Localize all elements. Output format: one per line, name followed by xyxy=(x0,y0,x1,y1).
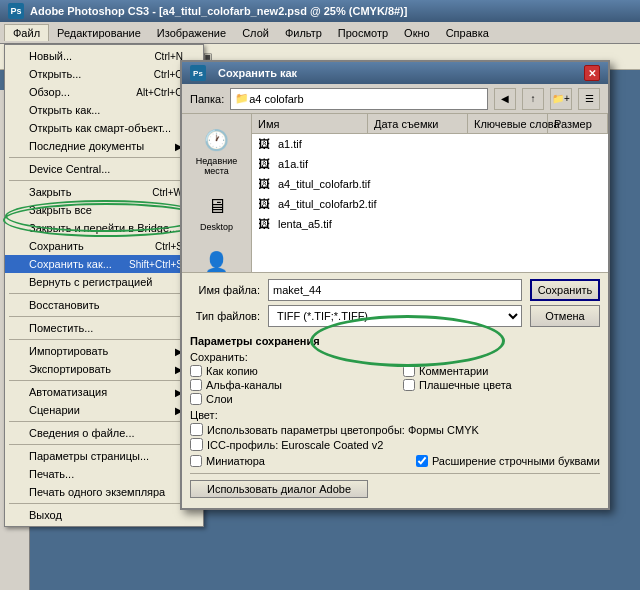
folder-path-display: 📁 a4 colofarb xyxy=(230,88,488,110)
menu-help[interactable]: Справка xyxy=(438,25,497,41)
menu-print-one[interactable]: Печать одного экземпляра xyxy=(5,483,203,501)
dialog-title: Сохранить как xyxy=(218,67,297,79)
checkbox-spot-input[interactable] xyxy=(403,379,415,391)
menu-file[interactable]: Файл xyxy=(4,24,49,41)
adobe-dialog-row: Использовать диалог Adobe xyxy=(190,473,600,498)
menu-browse[interactable]: Обзор...Alt+Ctrl+O xyxy=(5,83,203,101)
menu-filter[interactable]: Фильтр xyxy=(277,25,330,41)
filetype-select[interactable]: TIFF (*.TIF;*.TIFF) xyxy=(268,305,522,327)
menu-view[interactable]: Просмотр xyxy=(330,25,396,41)
menu-place[interactable]: Поместить... xyxy=(5,319,203,337)
dialog-close-button[interactable]: ✕ xyxy=(584,65,600,81)
checkbox-comments: Комментарии xyxy=(403,365,600,377)
filename-label: Имя файла: xyxy=(190,284,260,296)
file-name-4: lenta_a5.tif xyxy=(278,218,602,230)
menu-new[interactable]: Новый...Ctrl+N xyxy=(5,47,203,65)
nav-up-button[interactable]: ↑ xyxy=(522,88,544,110)
menu-window[interactable]: Окно xyxy=(396,25,438,41)
dialog-toolbar: Папка: 📁 a4 colofarb ◀ ↑ 📁+ ☰ xyxy=(182,84,608,114)
sidebar-desktop[interactable]: 🖥 Desktop xyxy=(187,188,247,236)
save-as-dialog[interactable]: Ps Сохранить как ✕ Папка: 📁 a4 colofarb … xyxy=(180,60,610,510)
menu-open[interactable]: Открыть...Ctrl+O xyxy=(5,65,203,83)
checkbox-comments-input[interactable] xyxy=(403,365,415,377)
file-item-1[interactable]: 🖼 a1a.tif xyxy=(252,154,608,174)
file-item-0[interactable]: 🖼 a1.tif xyxy=(252,134,608,154)
checkbox-alpha-input[interactable] xyxy=(190,379,202,391)
menu-save[interactable]: СохранитьCtrl+S xyxy=(5,237,203,255)
menu-print[interactable]: Печать... xyxy=(5,465,203,483)
checkbox-alpha-label: Альфа-каналы xyxy=(206,379,282,391)
menu-open-as[interactable]: Открыть как... xyxy=(5,101,203,119)
save-label: Сохранить: xyxy=(190,351,248,363)
checkbox-spot: Плашечные цвета xyxy=(403,379,600,391)
recent-icon: 🕐 xyxy=(203,126,231,154)
dialog-title-bar: Ps Сохранить как ✕ xyxy=(182,62,608,84)
color-proof-checkbox[interactable] xyxy=(190,423,203,436)
filename-row: Имя файла: Сохранить xyxy=(190,279,600,301)
menu-edit[interactable]: Редактирование xyxy=(49,25,149,41)
menu-recent[interactable]: Последние документы▶ xyxy=(5,137,203,155)
filename-input[interactable] xyxy=(268,279,522,301)
menu-bar: Файл Редактирование Изображение Слой Фил… xyxy=(0,22,640,44)
sidebar-user[interactable]: 👤 user xyxy=(187,244,247,272)
checkbox-spot-label: Плашечные цвета xyxy=(419,379,512,391)
filetype-label: Тип файлов: xyxy=(190,310,260,322)
dialog-title-content: Ps Сохранить как xyxy=(190,65,297,81)
menu-import[interactable]: Импортировать▶ xyxy=(5,342,203,360)
adobe-dialog-button[interactable]: Использовать диалог Adobe xyxy=(190,480,368,498)
col-size[interactable]: Размер xyxy=(548,114,608,133)
cancel-button[interactable]: Отмена xyxy=(530,305,600,327)
uppercase-row: Расширение строчными буквами xyxy=(416,455,600,467)
file-icon-1: 🖼 xyxy=(258,157,274,171)
window-title: Adobe Photoshop CS3 - [a4_titul_colofarb… xyxy=(30,5,407,17)
menu-image[interactable]: Изображение xyxy=(149,25,234,41)
menu-scripts[interactable]: Сценарии▶ xyxy=(5,401,203,419)
params-grid: Как копию Комментарии Альфа-каналы Плаше… xyxy=(190,365,600,405)
dialog-body: 🕐 Недавние места 🖥 Desktop 👤 user 💻 Комп… xyxy=(182,114,608,272)
recent-label: Недавние места xyxy=(191,156,243,176)
color-icc-checkbox[interactable] xyxy=(190,438,203,451)
menu-automate[interactable]: Автоматизация▶ xyxy=(5,383,203,401)
sep3 xyxy=(9,293,199,294)
nav-new-folder-button[interactable]: 📁+ xyxy=(550,88,572,110)
menu-file-info[interactable]: Сведения о файле... xyxy=(5,424,203,442)
file-item-3[interactable]: 🖼 a4_titul_colofarb2.tif xyxy=(252,194,608,214)
col-date[interactable]: Дата съемки xyxy=(368,114,468,133)
sidebar-recent[interactable]: 🕐 Недавние места xyxy=(187,122,247,180)
menu-close-all[interactable]: Закрыть все xyxy=(5,201,203,219)
save-button[interactable]: Сохранить xyxy=(530,279,600,301)
file-item-4[interactable]: 🖼 lenta_a5.tif xyxy=(252,214,608,234)
col-name[interactable]: Имя xyxy=(252,114,368,133)
thumbnail-checkbox[interactable] xyxy=(190,455,202,467)
color-section: Цвет: Использовать параметры цветопробы:… xyxy=(190,409,600,451)
file-icon-4: 🖼 xyxy=(258,217,274,231)
menu-layer[interactable]: Слой xyxy=(234,25,277,41)
dialog-file-area: Имя Дата съемки Ключевые слова Размер 🖼 … xyxy=(252,114,608,272)
checkbox-copy-input[interactable] xyxy=(190,365,202,377)
color-proof-row: Использовать параметры цветопробы: Формы… xyxy=(190,423,600,436)
title-bar: Ps Adobe Photoshop CS3 - [a4_titul_colof… xyxy=(0,0,640,22)
filetype-row: Тип файлов: TIFF (*.TIF;*.TIFF) Отмена xyxy=(190,305,600,327)
nav-view-button[interactable]: ☰ xyxy=(578,88,600,110)
nav-back-button[interactable]: ◀ xyxy=(494,88,516,110)
sep7 xyxy=(9,421,199,422)
color-label: Цвет: xyxy=(190,409,218,421)
menu-device-central[interactable]: Device Central... xyxy=(5,160,203,178)
menu-close-bridge[interactable]: Закрыть и перейти в Bridge... xyxy=(5,219,203,237)
checkbox-layers-input[interactable] xyxy=(190,393,202,405)
user-icon: 👤 xyxy=(203,248,231,272)
menu-open-smart[interactable]: Открыть как смарт-объект... xyxy=(5,119,203,137)
ps-logo: Ps xyxy=(8,3,24,19)
menu-export[interactable]: Экспортировать▶ xyxy=(5,360,203,378)
col-keywords[interactable]: Ключевые слова xyxy=(468,114,548,133)
menu-exit[interactable]: Выход xyxy=(5,506,203,524)
checkbox-copy-label: Как копию xyxy=(206,365,258,377)
menu-restore[interactable]: Восстановить xyxy=(5,296,203,314)
file-item-2[interactable]: 🖼 a4_titul_colofarb.tif xyxy=(252,174,608,194)
checkbox-copy: Как копию xyxy=(190,365,387,377)
menu-close[interactable]: ЗакрытьCtrl+W xyxy=(5,183,203,201)
menu-save-as[interactable]: Сохранить как...Shift+Ctrl+S xyxy=(5,255,203,273)
uppercase-checkbox[interactable] xyxy=(416,455,428,467)
menu-revert[interactable]: Вернуть с регистрацией xyxy=(5,273,203,291)
menu-page-setup[interactable]: Параметры страницы... xyxy=(5,447,203,465)
